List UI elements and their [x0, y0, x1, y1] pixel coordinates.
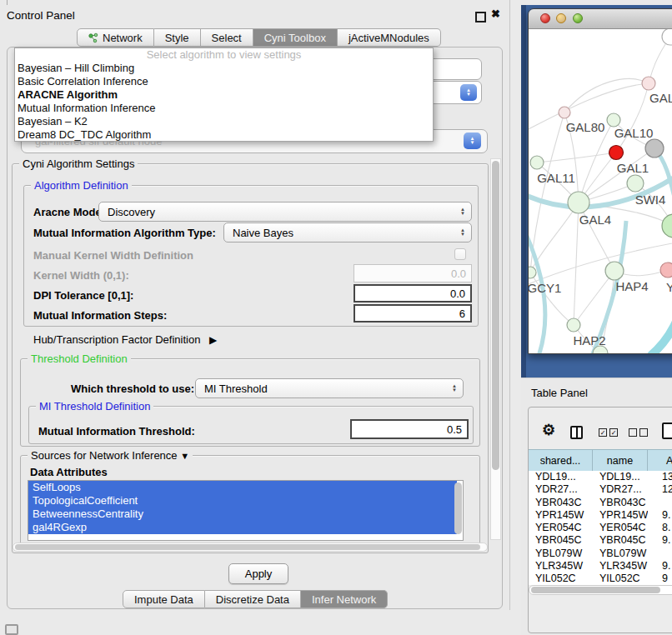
table-row[interactable]: YIL052C YIL052C 9 [529, 572, 672, 585]
kernel-width-label: Kernel Width (0,1): [33, 269, 129, 282]
tab-infer-network[interactable]: Infer Network [301, 590, 388, 608]
list-item-gal4rgexp[interactable]: gal4RGexp [28, 521, 457, 534]
mi-steps-field[interactable]: 6 [354, 304, 472, 322]
settings-hscrollbar[interactable] [13, 542, 488, 552]
apply-button[interactable]: Apply [228, 563, 288, 584]
combo-arrow-capsule[interactable]: ▲▼ [460, 84, 477, 101]
new-table-icon[interactable] [662, 422, 672, 439]
algorithm-option-dream8[interactable]: Dream8 DC_TDC Algorithm [15, 128, 433, 142]
mi-type-combo[interactable]: Naive Bayes ▲▼ [223, 222, 472, 242]
label-y-partial: Y [666, 280, 672, 294]
tab-network[interactable]: Network [77, 28, 154, 47]
list-scrollbar[interactable] [454, 482, 462, 534]
list-item-topologicalcoefficient[interactable]: TopologicalCoefficient [28, 494, 457, 508]
table-hscrollbar-thumb[interactable] [531, 587, 660, 593]
network-tab-icon [88, 32, 98, 43]
node-partial-top[interactable] [662, 29, 672, 45]
tab-jactivemnodules[interactable]: jActiveMNodules [338, 28, 441, 47]
which-threshold-combo[interactable]: MI Threshold ▲▼ [195, 378, 464, 398]
minimize-traffic-light[interactable] [556, 13, 566, 23]
node-gcy1[interactable] [529, 267, 536, 278]
manual-kernel-label: Manual Kernel Width Definition [33, 249, 193, 262]
label-gal1: GAL1 [617, 161, 649, 175]
columns-icon[interactable] [570, 426, 583, 439]
node-gray[interactable] [645, 139, 664, 158]
algorithm-option-mutual-information[interactable]: Mutual Information Inference [15, 102, 433, 115]
node-gal1[interactable] [627, 175, 644, 192]
table-row[interactable]: YDR27... YDR27... 12 [529, 483, 672, 496]
manual-kernel-checkbox[interactable] [454, 248, 466, 260]
table-row[interactable]: YLR345W YLR345W 9. [529, 560, 672, 572]
tab-cyni-toolbox[interactable]: Cyni Toolbox [253, 28, 338, 47]
close-icon[interactable]: ✖ [491, 8, 500, 20]
table-row[interactable]: YDL19... YDL19... 13 [529, 471, 672, 483]
label-gal80: GAL80 [566, 120, 605, 134]
dpi-tolerance-field[interactable]: 0.0 [354, 284, 472, 302]
sources-group-title[interactable]: Sources for Network Inference ▼ [28, 449, 193, 462]
kernel-width-field[interactable]: 0.0 [354, 264, 472, 282]
column-header-name[interactable]: name [593, 450, 648, 471]
dock-panel-icon[interactable] [5, 624, 18, 635]
column-header-partial[interactable]: A [648, 450, 672, 471]
aracne-mode-combo[interactable]: Discovery ▲▼ [98, 202, 472, 222]
node-pink-top[interactable] [642, 77, 655, 90]
combo-arrows-icon: ▲▼ [452, 384, 457, 392]
node-gal80[interactable] [559, 107, 570, 118]
algorithm-popup-hint: Select algorithm to view settings [15, 48, 433, 62]
list-item-betweennesscentrality[interactable]: BetweennessCentrality [28, 508, 457, 521]
table-row[interactable]: YPR145W YPR145W 9. [529, 509, 672, 522]
network-canvas: GAL GAL80 GAL10 GAL1 GAL11 SWI4 GAL4 GCY… [529, 29, 672, 354]
hub-expander[interactable]: Hub/Transcription Factor Definition ▶ [33, 333, 217, 346]
which-threshold-label: Which threshold to use: [71, 382, 194, 395]
table-hscrollbar[interactable] [529, 585, 672, 595]
node-hap2[interactable] [567, 318, 580, 332]
settings-hscrollbar-thumb[interactable] [15, 544, 480, 550]
data-attributes-label: Data Attributes [30, 466, 108, 478]
select-all-checks-icon[interactable]: ✓ ✓ [599, 428, 618, 437]
node-pink-right[interactable] [660, 262, 672, 278]
algorithm-option-aracne[interactable]: ARACNE Algorithm [15, 88, 433, 102]
hub-expander-label: Hub/Transcription Factor Definition [33, 333, 200, 346]
algorithm-popup: Select algorithm to view settings Bayesi… [14, 48, 434, 142]
threshold-definition-title: Threshold Definition [28, 352, 131, 365]
settings-vscrollbar[interactable] [490, 158, 501, 540]
node-hap4[interactable] [605, 262, 624, 280]
column-header-shared-name[interactable]: shared... [529, 450, 593, 471]
table-row[interactable]: YBR045C YBR045C 9. [529, 534, 672, 547]
table-row[interactable]: YBR043C YBR043C [529, 497, 672, 509]
tab-discretize-data[interactable]: Discretize Data [205, 590, 301, 608]
network-view[interactable]: GAL GAL80 GAL10 GAL1 GAL11 SWI4 GAL4 GCY… [529, 29, 672, 354]
tab-style[interactable]: Style [154, 28, 201, 47]
gear-icon[interactable]: ⚙ [542, 422, 555, 438]
float-window-icon[interactable] [475, 12, 486, 22]
close-traffic-light[interactable] [540, 13, 550, 23]
aracne-mode-value: Discovery [108, 206, 155, 218]
node-gal11[interactable] [530, 156, 544, 169]
node-big-green[interactable] [662, 214, 672, 238]
tab-impute-data[interactable]: Impute Data [123, 590, 205, 608]
algorithm-option-bayesian-k2[interactable]: Bayesian – K2 [15, 115, 433, 128]
algorithm-definition-title: Algorithm Definition [31, 179, 132, 192]
dpi-tolerance-label: DPI Tolerance [0,1]: [33, 289, 133, 302]
network-combo-arrow-capsule[interactable]: ▲▼ [464, 132, 481, 149]
node-gal10[interactable] [607, 113, 620, 127]
tab-select[interactable]: Select [201, 28, 253, 47]
table-row[interactable]: YBL079W YBL079W [529, 548, 672, 560]
cyni-algorithm-settings-title: Cyni Algorithm Settings [19, 158, 138, 170]
deselect-all-checks-icon[interactable] [629, 428, 648, 437]
settings-vscrollbar-thumb[interactable] [492, 161, 499, 470]
data-attributes-list: SelfLoops TopologicalCoefficient Between… [28, 480, 464, 541]
zoom-traffic-light[interactable] [573, 13, 583, 23]
list-item-selfloops[interactable]: SelfLoops [28, 481, 457, 494]
network-window: GAL GAL80 GAL10 GAL1 GAL11 SWI4 GAL4 GCY… [528, 8, 672, 354]
algorithm-option-bayesian-hill[interactable]: Bayesian – Hill Climbing [15, 62, 433, 75]
network-labels: GAL GAL80 GAL10 GAL1 GAL11 SWI4 GAL4 GCY… [529, 91, 672, 348]
mi-threshold-field[interactable]: 0.5 [350, 419, 469, 439]
node-red-selected[interactable] [609, 146, 624, 160]
algorithm-option-basic-correlation[interactable]: Basic Correlation Inference [15, 75, 433, 88]
table-row[interactable]: YER054C YER054C 8. [529, 522, 672, 534]
network-window-titlebar[interactable] [529, 9, 672, 29]
label-gcy1: GCY1 [529, 281, 561, 295]
node-gal4[interactable] [568, 192, 589, 213]
aracne-mode-label: Aracne Mode: [33, 206, 105, 218]
